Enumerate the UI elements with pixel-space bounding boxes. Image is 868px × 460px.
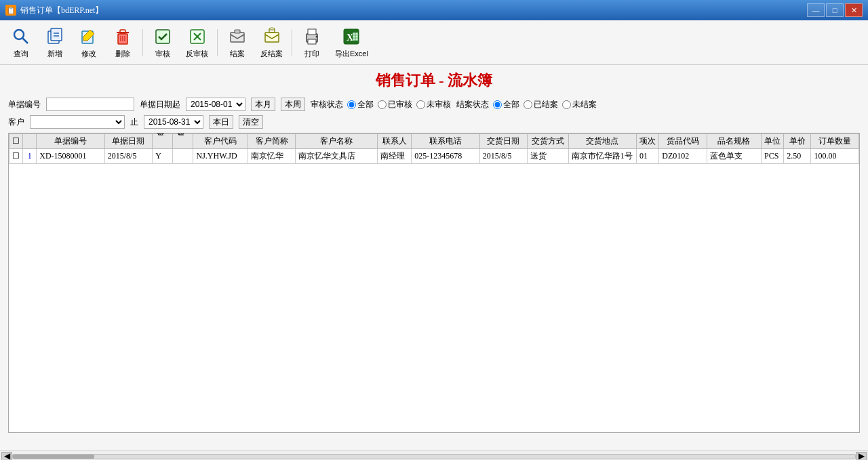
close-case-icon <box>226 26 248 47</box>
maximize-button[interactable]: □ <box>826 3 844 17</box>
col-header-checkbox[interactable]: ☐ <box>9 134 23 149</box>
title-bar: 📋 销售订单【bdERP.net】 — □ ✕ <box>0 0 868 20</box>
cell-customerCode: NJ.YHW.JD <box>193 149 248 164</box>
app-icon: 📋 <box>5 5 16 16</box>
col-header-itemNo[interactable]: 项次 <box>637 134 659 149</box>
svg-rect-19 <box>265 33 279 42</box>
delete-button[interactable]: 删除 <box>107 23 138 62</box>
audit-unapproved-radio[interactable] <box>416 100 425 109</box>
svg-point-23 <box>316 36 318 38</box>
main-content: 销售订单 - 流水簿 单据编号 单据日期起 2015-08-01 本月 本周 审… <box>0 65 868 451</box>
audit-status-radio-group: 全部 已审核 未审核 <box>347 99 451 110</box>
col-header-unitPrice[interactable]: 单价 <box>784 134 811 149</box>
date-to-select[interactable]: 2015-08-31 <box>144 115 203 129</box>
audit-unapproved-label[interactable]: 未审核 <box>416 99 451 110</box>
col-header-deliveryMethod[interactable]: 交货方式 <box>528 134 568 149</box>
toolbar: 查询 新增 修改 <box>0 20 868 65</box>
table-header-row: ☐ 单据编号 单据日期 已审核 已结案 客户代码 客户简称 客户名称 联系人 联… <box>9 134 859 149</box>
scroll-left-button[interactable]: ◀ <box>1 452 12 461</box>
audit-status-label: 审核状态 <box>311 99 343 110</box>
cell-productSpec: 蓝色单支 <box>707 149 761 164</box>
print-button[interactable]: 打印 <box>296 23 328 62</box>
cell-rownum: 1 <box>23 149 37 164</box>
toolbar-divider-1 <box>142 29 143 56</box>
close-case-button[interactable]: 结案 <box>222 23 253 62</box>
unclose-case-icon <box>261 26 283 47</box>
col-header-closed: 已结案 <box>173 134 193 149</box>
col-header-phone[interactable]: 联系电话 <box>412 134 480 149</box>
close-closed-radio[interactable] <box>524 100 532 109</box>
this-week-button[interactable]: 本周 <box>281 98 305 111</box>
svg-rect-22 <box>308 39 316 44</box>
close-all-radio[interactable] <box>493 100 502 109</box>
col-header-customerShort[interactable]: 客户简称 <box>248 134 295 149</box>
this-month-button[interactable]: 本月 <box>251 98 275 111</box>
close-all-label[interactable]: 全部 <box>493 99 519 110</box>
horizontal-scrollbar[interactable]: ◀ ▶ <box>0 451 868 460</box>
audit-all-label[interactable]: 全部 <box>347 99 374 110</box>
order-number-label: 单据编号 <box>8 99 41 110</box>
svg-rect-3 <box>51 28 62 41</box>
date-from-select[interactable]: 2015-08-01 <box>186 98 245 111</box>
audit-all-radio[interactable] <box>347 100 356 109</box>
unclose-case-button[interactable]: 反结案 <box>256 23 288 62</box>
svg-rect-9 <box>120 30 125 33</box>
svg-rect-18 <box>235 30 240 33</box>
order-number-input[interactable] <box>46 98 134 111</box>
close-closed-label[interactable]: 已结案 <box>524 99 558 110</box>
col-header-deliveryAddress[interactable]: 交货地点 <box>568 134 637 149</box>
col-header-productCode[interactable]: 货品代码 <box>659 134 707 149</box>
col-header-qty[interactable]: 订单数量 <box>811 134 859 149</box>
excel-label: 导出Excel <box>335 49 368 59</box>
query-button[interactable]: 查询 <box>5 23 37 62</box>
scroll-thumb[interactable] <box>13 455 94 459</box>
edit-button[interactable]: 修改 <box>73 23 104 62</box>
table-body: ☐1XD-150800012015/8/5YNJ.YHW.JD南京忆华南京忆华文… <box>9 149 859 164</box>
audit-approved-label[interactable]: 已审核 <box>378 99 412 110</box>
col-header-contact[interactable]: 联系人 <box>377 134 411 149</box>
svg-rect-13 <box>156 30 170 43</box>
close-case-label: 结案 <box>230 49 245 59</box>
col-header-customerCode[interactable]: 客户代码 <box>193 134 248 149</box>
col-header-unit[interactable]: 单位 <box>762 134 784 149</box>
print-icon <box>301 26 323 47</box>
unapprove-label: 反审核 <box>186 49 208 59</box>
new-button[interactable]: 新增 <box>39 23 71 62</box>
col-header-productSpec[interactable]: 品名规格 <box>707 134 761 149</box>
col-header-orderDate[interactable]: 单据日期 <box>104 134 152 149</box>
approve-icon <box>152 26 174 47</box>
customer-label: 客户 <box>8 117 24 128</box>
unapprove-button[interactable]: 反审核 <box>181 23 213 62</box>
scroll-right-button[interactable]: ▶ <box>856 452 867 461</box>
cell-qty: 100.00 <box>811 149 859 164</box>
col-header-customerName[interactable]: 客户名称 <box>296 134 378 149</box>
close-status-label: 结案状态 <box>456 99 489 110</box>
audit-approved-radio[interactable] <box>378 100 387 109</box>
clear-button[interactable]: 清空 <box>239 115 263 129</box>
print-label: 打印 <box>304 49 319 59</box>
col-header-approved: 已审核 <box>153 134 173 149</box>
table-row[interactable]: ☐1XD-150800012015/8/5YNJ.YHW.JD南京忆华南京忆华文… <box>9 149 859 164</box>
close-status-section: 结案状态 全部 已结案 未结案 <box>456 99 597 110</box>
close-unclosed-label[interactable]: 未结案 <box>562 99 597 110</box>
cell-customerShort: 南京忆华 <box>248 149 295 164</box>
today-button[interactable]: 本日 <box>209 115 233 129</box>
customer-select[interactable] <box>30 115 125 129</box>
scroll-track[interactable] <box>12 454 856 459</box>
col-header-rownum <box>23 134 37 149</box>
excel-button[interactable]: X 导出Excel <box>330 23 373 62</box>
title-bar-left: 📋 销售订单【bdERP.net】 <box>5 5 103 16</box>
cell-checkbox: ☐ <box>9 149 23 164</box>
col-header-deliveryDate[interactable]: 交货日期 <box>479 134 527 149</box>
col-header-orderNo[interactable]: 单据编号 <box>37 134 105 149</box>
title-bar-text: 销售订单【bdERP.net】 <box>20 5 103 16</box>
query-icon <box>10 26 32 47</box>
edit-label: 修改 <box>81 49 96 59</box>
page-title: 销售订单 - 流水簿 <box>8 70 860 91</box>
svg-rect-17 <box>231 33 244 42</box>
close-button[interactable]: ✕ <box>845 3 863 17</box>
cell-deliveryDate: 2015/8/5 <box>479 149 527 164</box>
close-unclosed-radio[interactable] <box>562 100 571 109</box>
approve-button[interactable]: 审核 <box>147 23 178 62</box>
minimize-button[interactable]: — <box>807 3 825 17</box>
